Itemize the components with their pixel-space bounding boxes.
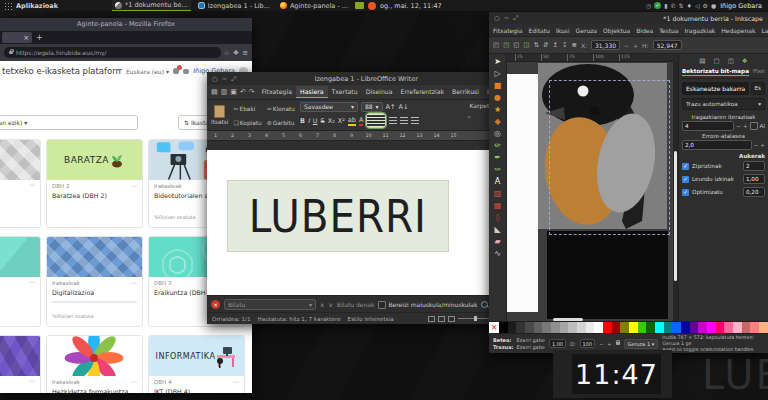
selector-tool[interactable]: ➤ bbox=[494, 56, 501, 67]
decrement-icon[interactable]: − bbox=[736, 123, 741, 129]
option-speckles[interactable]: ✓ Zipriztinak 2 bbox=[682, 161, 765, 171]
save-icon[interactable]: ▣ bbox=[230, 88, 237, 96]
course-image[interactable] bbox=[0, 237, 40, 277]
clone-formatting-button[interactable]: ✑Klonatu bbox=[267, 105, 295, 112]
subscript-button[interactable]: X₂ bbox=[328, 117, 335, 125]
course-card[interactable]: Irakasleak⋯ Digitalizazioa %0(e)an osatu… bbox=[46, 236, 143, 327]
multi-page-view-icon[interactable] bbox=[438, 316, 445, 322]
selection-indicator[interactable]: Hautatuta: hitz 1, 7 karaktere bbox=[258, 316, 341, 322]
menu-fitxategia[interactable]: Fitxategia bbox=[493, 27, 522, 34]
card-menu-icon[interactable]: ⋯ bbox=[29, 280, 35, 284]
scrollbar-thumb[interactable] bbox=[674, 151, 677, 281]
taskbar-item-inkscape[interactable]: *1 dokumentu be... bbox=[112, 0, 191, 11]
tool-control-icon[interactable]: ◲ bbox=[523, 41, 529, 49]
taskbar-item-writer[interactable]: Izengabea 1 - Lib... bbox=[195, 0, 273, 11]
hamburger-menu-icon[interactable]: ≡ bbox=[242, 49, 248, 57]
tray-icon[interactable]: ⚙ bbox=[703, 1, 708, 10]
find-input[interactable]: Bilatu▾ bbox=[224, 299, 316, 310]
writer-titlebar[interactable]: ○ − ⤢ Izengabea 1 - LibreOffice Writer bbox=[207, 72, 497, 85]
align-center-button[interactable] bbox=[389, 117, 397, 124]
browser-tab[interactable]: × bbox=[2, 32, 32, 43]
tool-control-icon[interactable]: ↥ bbox=[553, 41, 558, 49]
font-size-select[interactable]: 88▾ bbox=[361, 102, 383, 112]
course-card[interactable]: BARATZA DBH 2⋯ Baratzea (DBH 2) bbox=[46, 139, 143, 228]
increment-icon[interactable]: + bbox=[607, 341, 611, 347]
course-image[interactable] bbox=[47, 336, 142, 376]
text-tool[interactable]: A bbox=[495, 176, 500, 187]
layer-selector[interactable]: Geruza 1 ▾ bbox=[624, 339, 659, 349]
stroke-width-value[interactable]: 1,00 bbox=[549, 339, 566, 348]
panel-clock[interactable]: og., mai. 12, 11:47 bbox=[380, 2, 442, 10]
visibility-filter-dropdown[interactable]: k kendutakoak izan ezik) ▾ bbox=[0, 115, 138, 130]
minimize-icon[interactable]: − bbox=[222, 75, 227, 83]
mesh-tool[interactable]: ▦ bbox=[494, 200, 502, 211]
writer-tab-berrikusi[interactable]: Berrikusi bbox=[448, 86, 483, 98]
url-bar[interactable]: https://egela.hirubide.eus/my/ bbox=[4, 47, 221, 58]
document-page[interactable] bbox=[507, 74, 538, 312]
vertical-scrollbar[interactable] bbox=[673, 61, 678, 322]
open-icon[interactable]: ▥ bbox=[221, 88, 228, 96]
card-menu-icon[interactable]: ⋯ bbox=[29, 183, 35, 187]
multi-scan-button[interactable]: Es bbox=[751, 82, 765, 95]
bucket-tool[interactable]: ◣ bbox=[494, 224, 500, 235]
tray-icon[interactable]: ▮ bbox=[664, 1, 667, 10]
menu-bidea[interactable]: Bidea bbox=[636, 27, 653, 34]
star-tool[interactable]: ★ bbox=[494, 104, 501, 115]
card-menu-icon[interactable]: ⋯ bbox=[131, 184, 137, 188]
url-text[interactable]: https://egela.hirubide.eus/my/ bbox=[16, 49, 107, 56]
files-icon[interactable] bbox=[355, 2, 364, 9]
find-all-button[interactable]: Bilatu denak bbox=[337, 301, 375, 308]
spiral-tool[interactable]: ◎ bbox=[494, 128, 501, 139]
highlight-color-button[interactable]: ab bbox=[348, 116, 356, 126]
italic-button[interactable]: I bbox=[308, 117, 310, 125]
writer-tab-hasiera[interactable]: Hasiera bbox=[296, 86, 328, 98]
writer-ruler[interactable]: 123456789101112131415 bbox=[207, 131, 497, 141]
copy-button[interactable]: ❏Kopiatu bbox=[233, 119, 261, 126]
checkbox-checked-icon[interactable]: ✓ bbox=[682, 176, 689, 183]
new-tab-button[interactable]: + bbox=[36, 33, 43, 42]
rectangle-tool[interactable]: ■ bbox=[494, 80, 502, 91]
course-image[interactable] bbox=[47, 237, 142, 277]
dock-icon[interactable]: ◫ bbox=[728, 57, 734, 65]
menu-objektua[interactable]: Objektua bbox=[603, 27, 630, 34]
decrement-icon[interactable]: − bbox=[624, 42, 629, 49]
align-left-button[interactable] bbox=[366, 113, 386, 128]
firefox-titlebar[interactable]: Aginte-panela - Mozilla Firefox bbox=[0, 18, 252, 31]
panel-user[interactable]: Iñigo Gebara bbox=[720, 2, 762, 10]
opacity-input[interactable]: 100 bbox=[580, 339, 596, 348]
writer-tab-diseinua[interactable]: Diseinua bbox=[362, 86, 397, 98]
align-right-button[interactable] bbox=[400, 117, 408, 124]
option-value-input[interactable]: 1,00 bbox=[743, 174, 765, 184]
checkbox-checked-icon[interactable]: ✓ bbox=[682, 189, 689, 196]
x-value-input[interactable]: 31,330 bbox=[591, 40, 620, 50]
writer-document[interactable]: LUBERRI bbox=[207, 150, 497, 296]
restore-icon[interactable]: ⤢ bbox=[231, 75, 236, 83]
menu-editatu[interactable]: Editatu bbox=[528, 27, 549, 34]
decrement-icon[interactable]: − bbox=[754, 142, 759, 148]
threshold-input[interactable]: 2,0 bbox=[682, 140, 752, 150]
applications-grid-icon[interactable] bbox=[4, 2, 12, 10]
applications-menu[interactable]: Aplikazioak bbox=[16, 2, 58, 10]
style-indicator[interactable]: Estilo lehenetsia bbox=[348, 316, 394, 322]
page-indicator[interactable]: Orrialdea: 1/1 bbox=[212, 316, 251, 322]
font-color-button[interactable]: A bbox=[359, 116, 363, 126]
option-optimize[interactable]: ✓ Optimizatu 0,20 bbox=[682, 187, 765, 197]
tray-icon[interactable]: ✆ bbox=[670, 1, 675, 10]
course-name[interactable]: IKT (DBH 4) bbox=[154, 388, 239, 393]
course-image[interactable]: INFORMATIKA bbox=[149, 336, 244, 376]
menu-hedapenak[interactable]: Hedapenak bbox=[721, 27, 755, 34]
font-name-select[interactable]: Savasdee▾ bbox=[300, 102, 358, 112]
ellipse-tool[interactable]: ● bbox=[494, 92, 501, 103]
course-card[interactable]: INFORMATIKA DBH 4⋯ IKT (DBH 4) bbox=[148, 335, 245, 393]
menu-geruza[interactable]: Geruza bbox=[576, 27, 597, 34]
taskbar-item-firefox[interactable]: Aginte-panela - ... bbox=[277, 0, 351, 11]
decrement-icon[interactable]: − bbox=[599, 341, 603, 347]
course-name[interactable]: Digitalizazioa bbox=[52, 289, 137, 296]
redo-icon[interactable]: ↷ bbox=[249, 88, 255, 96]
grow-font-button[interactable]: A↑ bbox=[386, 103, 396, 111]
shrink-font-button[interactable]: A↓ bbox=[398, 103, 408, 111]
course-card[interactable]: ⋯ bbox=[0, 335, 41, 393]
checkbox-checked-icon[interactable]: ✓ bbox=[682, 163, 689, 170]
close-find-icon[interactable]: × bbox=[211, 300, 220, 309]
tab-close-icon[interactable]: × bbox=[23, 34, 29, 42]
